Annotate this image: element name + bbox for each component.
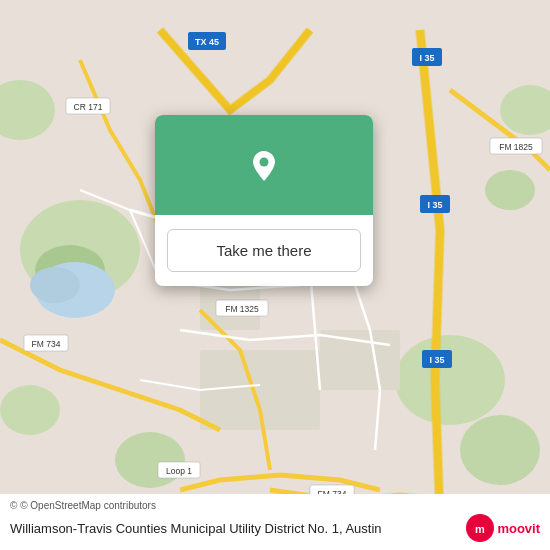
svg-rect-13: [320, 330, 400, 390]
map-container: TX 45 CR 171 I 35 I 35 I 35 FM 1825 FM 7…: [0, 0, 550, 550]
svg-text:I 35: I 35: [419, 53, 434, 63]
bottom-bar: © © OpenStreetMap contributors Williamso…: [0, 494, 550, 550]
popup-card: Take me there: [155, 115, 373, 286]
place-name: Williamson-Travis Counties Municipal Uti…: [10, 521, 458, 536]
take-me-there-button[interactable]: Take me there: [167, 229, 361, 272]
svg-point-5: [395, 335, 505, 425]
svg-point-36: [260, 158, 269, 167]
svg-text:I 35: I 35: [429, 355, 444, 365]
svg-point-4: [30, 267, 80, 303]
popup-header: [155, 115, 373, 215]
svg-point-11: [485, 170, 535, 210]
svg-text:FM 1325: FM 1325: [225, 304, 259, 314]
attribution-text: © OpenStreetMap contributors: [20, 500, 156, 511]
svg-text:I 35: I 35: [427, 200, 442, 210]
map-attribution: © © OpenStreetMap contributors: [10, 500, 540, 511]
svg-text:TX 45: TX 45: [195, 37, 219, 47]
svg-text:FM 734: FM 734: [32, 339, 61, 349]
copyright-symbol: ©: [10, 500, 17, 511]
svg-text:m: m: [475, 523, 485, 535]
svg-text:Loop 1: Loop 1: [166, 466, 192, 476]
svg-point-8: [115, 432, 185, 488]
place-info: Williamson-Travis Counties Municipal Uti…: [10, 514, 540, 542]
svg-point-7: [0, 385, 60, 435]
svg-point-6: [460, 415, 540, 485]
moovit-text: moovit: [497, 521, 540, 536]
moovit-icon: m: [466, 514, 494, 542]
moovit-logo: m moovit: [466, 514, 540, 542]
svg-text:FM 1825: FM 1825: [499, 142, 533, 152]
svg-text:CR 171: CR 171: [74, 102, 103, 112]
location-pin-icon: [242, 143, 286, 187]
